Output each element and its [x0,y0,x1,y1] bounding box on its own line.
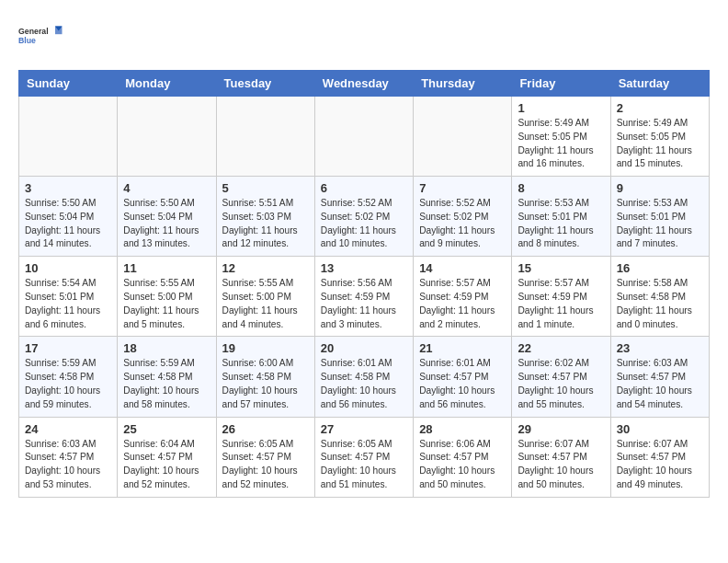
calendar-day-cell [314,97,413,177]
day-number: 8 [518,181,604,195]
day-info: Sunrise: 6:05 AM Sunset: 4:57 PM Dayligh… [321,438,407,492]
calendar-day-cell: 27Sunrise: 6:05 AM Sunset: 4:57 PM Dayli… [314,417,413,497]
calendar-day-cell [118,97,216,177]
day-number: 12 [222,261,309,275]
day-number: 18 [123,341,210,355]
day-number: 7 [419,181,506,195]
day-number: 26 [222,422,309,436]
calendar-day-cell: 16Sunrise: 5:58 AM Sunset: 4:58 PM Dayli… [610,257,709,337]
calendar-day-cell: 21Sunrise: 6:01 AM Sunset: 4:57 PM Dayli… [414,337,512,417]
calendar-week-row: 3Sunrise: 5:50 AM Sunset: 5:04 PM Daylig… [19,177,710,257]
day-number: 21 [419,341,506,355]
day-number: 2 [617,101,703,115]
weekday-header: Wednesday [314,71,413,97]
day-info: Sunrise: 6:01 AM Sunset: 4:57 PM Dayligh… [419,357,506,411]
day-number: 5 [222,181,309,195]
calendar-day-cell: 14Sunrise: 5:57 AM Sunset: 4:59 PM Dayli… [414,257,512,337]
calendar-day-cell: 13Sunrise: 5:56 AM Sunset: 4:59 PM Dayli… [314,257,413,337]
day-number: 1 [518,101,604,115]
day-info: Sunrise: 6:03 AM Sunset: 4:57 PM Dayligh… [25,438,111,492]
logo-svg: General Blue [18,18,64,55]
day-number: 30 [617,422,703,436]
day-number: 23 [617,341,703,355]
day-number: 24 [25,422,111,436]
day-number: 27 [321,422,407,436]
day-info: Sunrise: 5:51 AM Sunset: 5:03 PM Dayligh… [222,197,309,251]
calendar-day-cell: 2Sunrise: 5:49 AM Sunset: 5:05 PM Daylig… [610,97,709,177]
day-number: 4 [123,181,210,195]
calendar-day-cell [414,97,512,177]
day-info: Sunrise: 5:59 AM Sunset: 4:58 PM Dayligh… [25,357,111,411]
calendar-day-cell: 25Sunrise: 6:04 AM Sunset: 4:57 PM Dayli… [118,417,216,497]
day-info: Sunrise: 6:06 AM Sunset: 4:57 PM Dayligh… [419,438,506,492]
day-number: 22 [518,341,604,355]
calendar-week-row: 24Sunrise: 6:03 AM Sunset: 4:57 PM Dayli… [19,417,710,497]
day-number: 10 [25,261,111,275]
day-info: Sunrise: 5:58 AM Sunset: 4:58 PM Dayligh… [617,277,703,331]
day-number: 28 [419,422,506,436]
day-info: Sunrise: 5:55 AM Sunset: 5:00 PM Dayligh… [222,277,309,331]
calendar-week-row: 10Sunrise: 5:54 AM Sunset: 5:01 PM Dayli… [19,257,710,337]
day-info: Sunrise: 5:50 AM Sunset: 5:04 PM Dayligh… [123,197,210,251]
calendar-day-cell: 26Sunrise: 6:05 AM Sunset: 4:57 PM Dayli… [216,417,314,497]
weekday-header: Friday [512,71,610,97]
day-number: 15 [518,261,604,275]
day-number: 17 [25,341,111,355]
calendar-day-cell: 1Sunrise: 5:49 AM Sunset: 5:05 PM Daylig… [512,97,610,177]
calendar-day-cell: 24Sunrise: 6:03 AM Sunset: 4:57 PM Dayli… [19,417,118,497]
day-info: Sunrise: 5:52 AM Sunset: 5:02 PM Dayligh… [321,197,407,251]
logo: General Blue [18,18,64,55]
weekday-header: Saturday [610,71,709,97]
day-number: 9 [617,181,703,195]
day-info: Sunrise: 5:59 AM Sunset: 4:58 PM Dayligh… [123,357,210,411]
weekday-header: Thursday [414,71,512,97]
day-info: Sunrise: 5:50 AM Sunset: 5:04 PM Dayligh… [25,197,111,251]
day-number: 20 [321,341,407,355]
calendar-day-cell [216,97,314,177]
calendar-day-cell: 23Sunrise: 6:03 AM Sunset: 4:57 PM Dayli… [610,337,709,417]
calendar-day-cell: 18Sunrise: 5:59 AM Sunset: 4:58 PM Dayli… [118,337,216,417]
calendar-header-row: SundayMondayTuesdayWednesdayThursdayFrid… [19,71,710,97]
day-info: Sunrise: 6:07 AM Sunset: 4:57 PM Dayligh… [518,438,604,492]
calendar-day-cell: 19Sunrise: 6:00 AM Sunset: 4:58 PM Dayli… [216,337,314,417]
day-number: 3 [25,181,111,195]
calendar-day-cell: 10Sunrise: 5:54 AM Sunset: 5:01 PM Dayli… [19,257,118,337]
calendar-day-cell: 28Sunrise: 6:06 AM Sunset: 4:57 PM Dayli… [414,417,512,497]
day-info: Sunrise: 5:53 AM Sunset: 5:01 PM Dayligh… [518,197,604,251]
day-info: Sunrise: 5:56 AM Sunset: 4:59 PM Dayligh… [321,277,407,331]
day-number: 6 [321,181,407,195]
day-info: Sunrise: 6:07 AM Sunset: 4:57 PM Dayligh… [617,438,703,492]
day-number: 25 [123,422,210,436]
day-info: Sunrise: 5:57 AM Sunset: 4:59 PM Dayligh… [518,277,604,331]
calendar-day-cell: 7Sunrise: 5:52 AM Sunset: 5:02 PM Daylig… [414,177,512,257]
calendar-day-cell: 22Sunrise: 6:02 AM Sunset: 4:57 PM Dayli… [512,337,610,417]
day-number: 19 [222,341,309,355]
calendar-day-cell: 12Sunrise: 5:55 AM Sunset: 5:00 PM Dayli… [216,257,314,337]
calendar-day-cell: 4Sunrise: 5:50 AM Sunset: 5:04 PM Daylig… [118,177,216,257]
calendar-day-cell: 20Sunrise: 6:01 AM Sunset: 4:58 PM Dayli… [314,337,413,417]
calendar-day-cell: 11Sunrise: 5:55 AM Sunset: 5:00 PM Dayli… [118,257,216,337]
svg-text:General: General [18,27,49,36]
weekday-header: Monday [118,71,216,97]
day-number: 29 [518,422,604,436]
weekday-header: Tuesday [216,71,314,97]
calendar-day-cell: 9Sunrise: 5:53 AM Sunset: 5:01 PM Daylig… [610,177,709,257]
calendar-day-cell: 30Sunrise: 6:07 AM Sunset: 4:57 PM Dayli… [610,417,709,497]
svg-text:Blue: Blue [18,36,36,45]
calendar-day-cell: 5Sunrise: 5:51 AM Sunset: 5:03 PM Daylig… [216,177,314,257]
calendar-week-row: 17Sunrise: 5:59 AM Sunset: 4:58 PM Dayli… [19,337,710,417]
day-number: 16 [617,261,703,275]
day-number: 14 [419,261,506,275]
calendar-day-cell [19,97,118,177]
day-info: Sunrise: 5:54 AM Sunset: 5:01 PM Dayligh… [25,277,111,331]
day-number: 13 [321,261,407,275]
day-info: Sunrise: 6:01 AM Sunset: 4:58 PM Dayligh… [321,357,407,411]
day-info: Sunrise: 6:00 AM Sunset: 4:58 PM Dayligh… [222,357,309,411]
day-info: Sunrise: 6:05 AM Sunset: 4:57 PM Dayligh… [222,438,309,492]
calendar-week-row: 1Sunrise: 5:49 AM Sunset: 5:05 PM Daylig… [19,97,710,177]
day-info: Sunrise: 5:52 AM Sunset: 5:02 PM Dayligh… [419,197,506,251]
day-info: Sunrise: 5:53 AM Sunset: 5:01 PM Dayligh… [617,197,703,251]
day-info: Sunrise: 5:49 AM Sunset: 5:05 PM Dayligh… [617,117,703,171]
day-info: Sunrise: 5:57 AM Sunset: 4:59 PM Dayligh… [419,277,506,331]
day-info: Sunrise: 6:02 AM Sunset: 4:57 PM Dayligh… [518,357,604,411]
